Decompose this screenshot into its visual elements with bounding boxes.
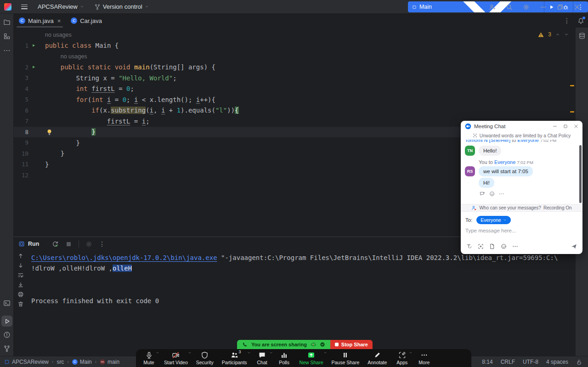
chevron-up-icon[interactable] [323, 351, 327, 355]
zoom-chat-button[interactable]: Chat [251, 349, 273, 367]
down-stacktrace-icon[interactable] [17, 262, 24, 269]
next-warning-icon[interactable] [564, 32, 569, 37]
version-control-widget[interactable]: Version control [94, 3, 149, 10]
recording-notice-bar[interactable]: Who can see your messages? Recording On [461, 204, 582, 212]
screenshot-icon[interactable] [478, 243, 484, 249]
zoom-mute-button[interactable]: Mute [138, 349, 160, 367]
chat-message-input[interactable]: Type message here... [461, 224, 582, 233]
pencil-icon [373, 351, 381, 359]
chat-message-list[interactable]: Tomomi N [She/Her] to Everyone 7:02 PMTN… [461, 140, 582, 204]
tab-options-kebab-icon[interactable]: ⋮ [564, 17, 570, 24]
zoom-new-share-button[interactable]: New Share [295, 349, 328, 367]
chevron-up-icon[interactable] [269, 351, 273, 355]
chevron-up-icon[interactable] [247, 351, 251, 355]
chevron-up-icon[interactable] [188, 351, 192, 355]
structure-tool-icon[interactable] [3, 33, 11, 40]
rerun-icon[interactable] [52, 241, 59, 248]
project-tool-icon[interactable] [3, 18, 11, 26]
prev-warning-icon[interactable] [555, 32, 560, 37]
attach-file-icon[interactable] [489, 243, 495, 249]
intention-bulb-icon[interactable] [46, 129, 53, 136]
soft-wrap-icon[interactable] [17, 272, 24, 278]
chevron-up-icon[interactable] [156, 351, 159, 355]
participants-icon: 3 [231, 351, 238, 359]
console-path-link[interactable]: C:\Users\roblo\.jdks\openjdk-17.0.2\bin\… [31, 254, 217, 261]
status-item[interactable]: 4 spaces [546, 359, 568, 365]
run-panel: Run ⋮ C:\Users\roblo\.jdks\openjdk-17.0.… [14, 237, 588, 356]
breadcrumb-item-main[interactable]: CMain [72, 359, 92, 365]
run-tab[interactable]: Run [18, 241, 39, 247]
chevron-up-icon[interactable] [409, 351, 413, 355]
chat-close-button[interactable] [574, 124, 578, 129]
chat-title-bar[interactable]: Meeting Chat [461, 121, 582, 131]
chat-scrollbar[interactable] [579, 145, 582, 203]
code-with-me-icon[interactable] [489, 4, 496, 11]
window-close-button[interactable] [574, 4, 581, 11]
breadcrumb-item-src[interactable]: src [57, 359, 64, 365]
main-menu-button[interactable] [21, 5, 28, 9]
clear-console-icon[interactable] [17, 301, 24, 307]
zoom-apps-button[interactable]: Apps [391, 349, 413, 367]
print-icon[interactable] [17, 291, 24, 298]
run-tool-icon[interactable] [1, 316, 12, 327]
reply-icon[interactable] [480, 191, 485, 197]
database-tool-icon[interactable] [578, 32, 586, 40]
chat-maximize-button[interactable] [563, 124, 568, 129]
console-text: !dlroW ,olleH!dlroW , [31, 265, 113, 272]
emoji-icon[interactable] [501, 243, 507, 249]
status-item[interactable]: 8:14 [482, 359, 492, 365]
zoom-pause-share-button[interactable]: Pause Share [328, 349, 364, 367]
format-text-icon[interactable] [466, 243, 472, 249]
emoji-reaction-icon[interactable] [489, 191, 495, 197]
zoom-security-button[interactable]: Security [192, 349, 218, 367]
tab-car-java[interactable]: CCar.java [66, 14, 107, 28]
breadcrumb-item-apcsareview[interactable]: APCSAReview [4, 359, 49, 365]
console-text: Process finished with exit code 0 [31, 297, 159, 305]
zoom-more-button[interactable]: More [413, 349, 435, 367]
run-panel-kebab-icon[interactable]: ⋮ [99, 240, 105, 248]
terminal-tool-icon[interactable] [3, 299, 11, 307]
run-gutter-icon[interactable] [31, 43, 36, 48]
search-icon[interactable] [506, 4, 513, 11]
run-gutter-icon[interactable] [31, 65, 36, 69]
button-label: New Share [300, 360, 323, 365]
button-label: Annotate [368, 360, 387, 365]
tab-main-java[interactable]: CMain.java× [14, 14, 66, 28]
chevron-down-icon [503, 218, 507, 222]
breadcrumb-item-main[interactable]: mmain [100, 359, 119, 365]
scrollbar-warning-mark[interactable] [570, 85, 574, 86]
play-icon [4, 318, 11, 325]
stop-share-button[interactable]: Stop Share [330, 340, 373, 349]
scrollbar-warning-mark[interactable] [570, 111, 574, 113]
zoom-polls-button[interactable]: Polls [273, 349, 295, 367]
window-restore-button[interactable] [557, 4, 564, 11]
zoom-annotate-button[interactable]: Annotate [363, 349, 391, 367]
project-widget[interactable]: APCSAReview [38, 3, 84, 10]
shield-check-icon[interactable] [320, 342, 325, 347]
warning-icon [538, 32, 544, 38]
notifications-bell-icon[interactable] [577, 17, 584, 24]
lock-icon[interactable] [576, 359, 582, 365]
zoom-participants-button[interactable]: 3Participants [218, 349, 251, 367]
close-icon[interactable]: × [57, 18, 61, 24]
up-stacktrace-icon[interactable] [17, 253, 24, 259]
console-output[interactable]: C:\Users\roblo\.jdks\openjdk-17.0.2\bin\… [31, 252, 583, 306]
cloud-recording-icon[interactable] [311, 342, 316, 347]
run-settings-gear-icon[interactable] [85, 241, 92, 248]
more-options-icon[interactable] [512, 243, 518, 249]
gear-icon[interactable] [523, 4, 530, 11]
send-message-icon[interactable] [571, 243, 577, 249]
stop-icon[interactable] [65, 241, 72, 248]
zoom-start-video-button[interactable]: Start Video [160, 349, 192, 367]
status-item[interactable]: CRLF [501, 359, 515, 365]
participants-count-badge: 3 [239, 350, 241, 354]
status-item[interactable]: UTF-8 [523, 359, 538, 365]
chat-minimize-button[interactable] [553, 124, 557, 129]
git-tool-icon[interactable] [3, 345, 11, 352]
more-tools-icon[interactable] [3, 47, 11, 54]
window-minimize-button[interactable] [540, 4, 547, 11]
more-actions-icon[interactable] [499, 191, 504, 197]
problems-tool-icon[interactable] [3, 331, 11, 339]
scroll-to-end-icon[interactable] [17, 282, 24, 288]
recipient-selector[interactable]: Everyone [476, 216, 510, 224]
